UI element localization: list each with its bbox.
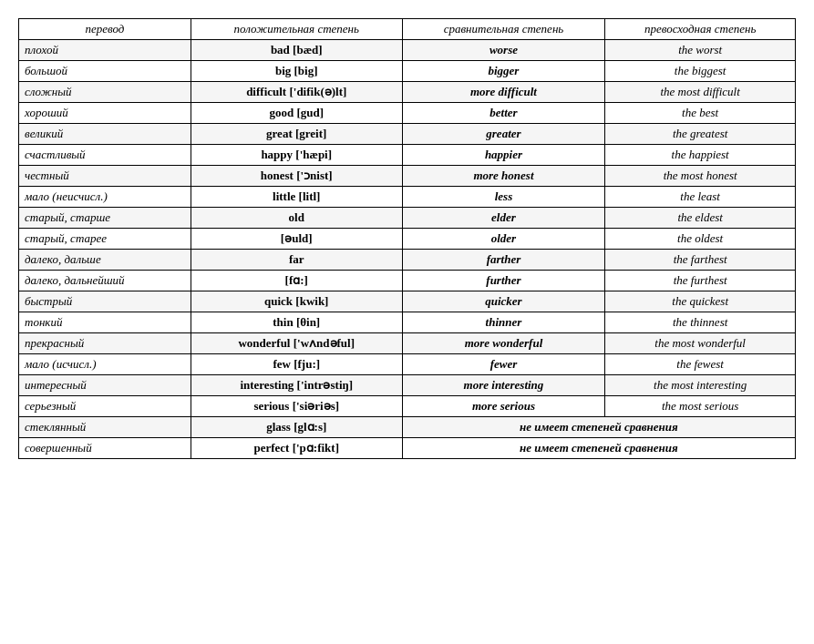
- cell-comparative: quicker: [402, 291, 605, 312]
- cell-positive: bad [bæd]: [191, 40, 402, 61]
- table-row: старый, старшеoldelderthe eldest: [19, 208, 796, 229]
- cell-positive: difficult ['difik(ə)lt]: [191, 82, 402, 103]
- cell-comparative: greater: [402, 124, 605, 145]
- cell-translation: далеко, дальнейший: [19, 271, 191, 291]
- cell-translation: сложный: [19, 82, 191, 103]
- comparison-table: перевод положительная степень сравнитель…: [18, 18, 796, 459]
- cell-positive: honest ['ɔnist]: [191, 166, 402, 187]
- cell-translation: старый, старше: [19, 208, 191, 229]
- cell-translation: старый, старее: [19, 229, 191, 250]
- cell-superlative: the most wonderful: [605, 333, 796, 354]
- cell-comparative: farther: [402, 250, 605, 271]
- cell-superlative: the thinnest: [605, 312, 796, 333]
- table-row: совершенныйperfect ['pɑ:fikt]не имеет ст…: [19, 438, 796, 459]
- table-row: быстрыйquick [kwik]quickerthe quickest: [19, 291, 796, 312]
- cell-superlative: the least: [605, 187, 796, 208]
- cell-superlative: the most difficult: [605, 82, 796, 103]
- cell-superlative: the most serious: [605, 396, 796, 417]
- cell-superlative: the farthest: [605, 250, 796, 271]
- table-row: счастливыйhappy ['hæpi]happierthe happie…: [19, 145, 796, 166]
- cell-comparative: less: [402, 187, 605, 208]
- cell-comparative: older: [402, 229, 605, 250]
- cell-positive: serious ['siəriəs]: [191, 396, 402, 417]
- cell-comparative: thinner: [402, 312, 605, 333]
- cell-translation: совершенный: [19, 438, 191, 459]
- cell-comparative: bigger: [402, 61, 605, 82]
- cell-translation: интересный: [19, 375, 191, 396]
- cell-superlative: the quickest: [605, 291, 796, 312]
- cell-comparative: fewer: [402, 354, 605, 375]
- cell-positive: glass [glɑ:s]: [191, 417, 402, 438]
- cell-superlative: the worst: [605, 40, 796, 61]
- cell-positive: perfect ['pɑ:fikt]: [191, 438, 402, 459]
- table-row: интересныйinteresting ['intrəstiŋ]more i…: [19, 375, 796, 396]
- cell-comparative: happier: [402, 145, 605, 166]
- cell-comparative: more honest: [402, 166, 605, 187]
- table-row: большойbig [big]biggerthe biggest: [19, 61, 796, 82]
- cell-positive: old: [191, 208, 402, 229]
- table-row: мало (исчисл.)few [fju:]fewerthe fewest: [19, 354, 796, 375]
- cell-translation: великий: [19, 124, 191, 145]
- cell-translation: мало (исчисл.): [19, 354, 191, 375]
- cell-superlative: the eldest: [605, 208, 796, 229]
- header-positive: положительная степень: [191, 19, 402, 40]
- cell-superlative: the best: [605, 103, 796, 124]
- cell-no-comparison: не имеет степеней сравнения: [402, 438, 795, 459]
- header-comparative: сравнительная степень: [402, 19, 605, 40]
- cell-superlative: the fewest: [605, 354, 796, 375]
- cell-comparative: better: [402, 103, 605, 124]
- cell-comparative: more wonderful: [402, 333, 605, 354]
- table-row: честныйhonest ['ɔnist]more honestthe mos…: [19, 166, 796, 187]
- cell-comparative: more serious: [402, 396, 605, 417]
- cell-no-comparison: не имеет степеней сравнения: [402, 417, 795, 438]
- cell-comparative: worse: [402, 40, 605, 61]
- cell-superlative: the oldest: [605, 229, 796, 250]
- table-row: серьезныйserious ['siəriəs]more serioust…: [19, 396, 796, 417]
- cell-translation: быстрый: [19, 291, 191, 312]
- cell-comparative: more difficult: [402, 82, 605, 103]
- table-row: хорошийgood [gud]betterthe best: [19, 103, 796, 124]
- table-row: стеклянныйglass [glɑ:s]не имеет степеней…: [19, 417, 796, 438]
- table-row: плохойbad [bæd]worsethe worst: [19, 40, 796, 61]
- cell-positive: happy ['hæpi]: [191, 145, 402, 166]
- cell-translation: стеклянный: [19, 417, 191, 438]
- cell-translation: далеко, дальше: [19, 250, 191, 271]
- cell-translation: прекрасный: [19, 333, 191, 354]
- cell-positive: big [big]: [191, 61, 402, 82]
- table-row: старый, старее[əuld]olderthe oldest: [19, 229, 796, 250]
- cell-positive: great [greit]: [191, 124, 402, 145]
- cell-comparative: elder: [402, 208, 605, 229]
- cell-positive: wonderful ['wʌndəful]: [191, 333, 402, 354]
- cell-superlative: the most interesting: [605, 375, 796, 396]
- cell-translation: плохой: [19, 40, 191, 61]
- cell-translation: мало (неисчисл.): [19, 187, 191, 208]
- cell-superlative: the happiest: [605, 145, 796, 166]
- cell-positive: quick [kwik]: [191, 291, 402, 312]
- cell-positive: thin [θin]: [191, 312, 402, 333]
- table-row: великийgreat [greit]greaterthe greatest: [19, 124, 796, 145]
- cell-translation: серьезный: [19, 396, 191, 417]
- cell-positive: few [fju:]: [191, 354, 402, 375]
- cell-translation: честный: [19, 166, 191, 187]
- cell-comparative: more interesting: [402, 375, 605, 396]
- cell-superlative: the most honest: [605, 166, 796, 187]
- cell-positive: little [litl]: [191, 187, 402, 208]
- table-row: далеко, дальшеfarfartherthe farthest: [19, 250, 796, 271]
- cell-superlative: the furthest: [605, 271, 796, 291]
- cell-positive: interesting ['intrəstiŋ]: [191, 375, 402, 396]
- cell-positive: good [gud]: [191, 103, 402, 124]
- cell-positive: far: [191, 250, 402, 271]
- cell-positive: [əuld]: [191, 229, 402, 250]
- cell-positive: [fɑ:]: [191, 271, 402, 291]
- cell-translation: тонкий: [19, 312, 191, 333]
- table-row: прекрасныйwonderful ['wʌndəful]more wond…: [19, 333, 796, 354]
- header-superlative: превосходная степень: [605, 19, 796, 40]
- cell-translation: большой: [19, 61, 191, 82]
- table-row: сложныйdifficult ['difik(ə)lt]more diffi…: [19, 82, 796, 103]
- header-translation: перевод: [19, 19, 191, 40]
- cell-superlative: the greatest: [605, 124, 796, 145]
- cell-comparative: further: [402, 271, 605, 291]
- cell-translation: хороший: [19, 103, 191, 124]
- table-row: тонкийthin [θin]thinnerthe thinnest: [19, 312, 796, 333]
- table-row: далеко, дальнейший[fɑ:]furtherthe furthe…: [19, 271, 796, 291]
